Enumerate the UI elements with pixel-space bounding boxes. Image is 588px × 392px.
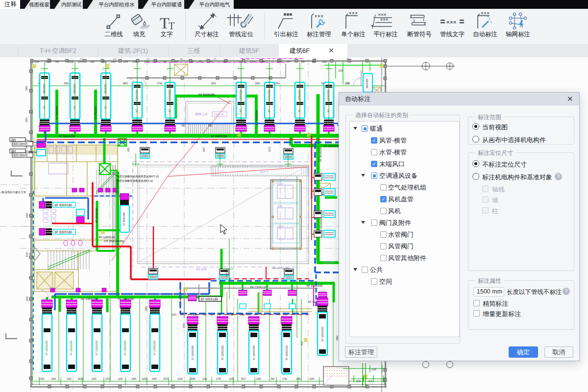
svg-text:996: 996 [301, 61, 305, 63]
svg-text:1250: 1250 [69, 61, 74, 63]
svg-text:646: 646 [113, 58, 117, 60]
svg-text:170 190X1200666: 170 190X1200666 [104, 240, 124, 243]
svg-text:3122: 3122 [192, 314, 197, 316]
svg-text:×××: ××× [481, 11, 490, 16]
svg-text:530: 530 [208, 124, 212, 127]
svg-text:2790: 2790 [132, 61, 138, 63]
svg-text:2370: 2370 [163, 378, 169, 380]
svg-text:1434: 1434 [26, 213, 28, 218]
svg-text:960: 960 [241, 314, 245, 316]
svg-text:XF 300X200: XF 300X200 [319, 147, 322, 162]
svg-text:2354: 2354 [131, 378, 137, 380]
svg-text:120: 120 [346, 82, 350, 85]
svg-text:1200: 1200 [338, 70, 343, 72]
svg-text:2591: 2591 [274, 82, 280, 85]
svg-text:1552: 1552 [322, 61, 327, 63]
svg-text:900X300: 900X300 [366, 78, 368, 88]
svg-text:XF 600X250: XF 600X250 [59, 135, 75, 138]
svg-text:XF 320X200: XF 320X200 [55, 106, 58, 120]
svg-text:1250: 1250 [123, 61, 128, 63]
svg-text:720: 720 [229, 314, 233, 316]
svg-text:1250: 1250 [34, 61, 40, 63]
svg-text:D14: D14 [277, 205, 282, 208]
svg-text:2655: 2655 [190, 378, 196, 380]
svg-text:BH: BH [11, 149, 16, 153]
svg-text:1019: 1019 [26, 252, 28, 257]
svg-text:6951: 6951 [225, 272, 228, 277]
svg-text:XF 120X120: XF 120X120 [98, 236, 115, 239]
svg-text:3800: 3800 [64, 82, 69, 85]
svg-text:1415: 1415 [183, 323, 185, 328]
svg-text:1200: 1200 [356, 380, 361, 383]
svg-text:3017: 3017 [241, 378, 246, 380]
svg-text:966: 966 [346, 58, 350, 60]
svg-text:CHT-4: CHT-4 [214, 113, 223, 116]
svg-text:616: 616 [368, 380, 372, 383]
svg-text:1700: 1700 [282, 378, 288, 380]
svg-text:380: 380 [270, 378, 274, 380]
svg-text:996: 996 [313, 58, 317, 60]
svg-text:2464: 2464 [152, 378, 157, 380]
svg-text:1957: 1957 [203, 147, 205, 152]
svg-text:380: 380 [180, 58, 183, 60]
svg-text:500.0m³/h: 500.0m³/h [13, 153, 28, 157]
svg-text:SF 600X160: SF 600X160 [54, 203, 73, 207]
svg-text:XF 320X200: XF 320X200 [94, 106, 97, 120]
svg-text:172: 172 [147, 58, 150, 60]
svg-text:3748: 3748 [157, 82, 162, 85]
svg-text:1200: 1200 [177, 378, 183, 380]
svg-text:D13: D13 [277, 225, 282, 228]
svg-text:460 120 1332 320: 460 120 1332 320 [272, 267, 289, 270]
svg-text:XF 500X250: XF 500X250 [198, 93, 215, 96]
svg-text:6层空调横管风管接本层风管KT-10: 6层空调横管风管接本层风管KT-10 [118, 175, 159, 178]
svg-text:248: 248 [47, 58, 50, 60]
svg-text:1019: 1019 [172, 314, 177, 316]
svg-text:3237: 3237 [105, 378, 111, 380]
svg-text:AH: AH [11, 138, 16, 142]
svg-text:1900: 1900 [51, 378, 56, 380]
svg-text:430: 430 [280, 58, 283, 60]
svg-text:324: 324 [287, 61, 291, 63]
svg-text:1200: 1200 [309, 378, 315, 380]
svg-text:~换深塔前冷凝水立管: ~换深塔前冷凝水立管 [0, 191, 26, 194]
svg-text:1246: 1246 [371, 368, 377, 371]
svg-text:楼梯上层: 楼梯上层 [195, 112, 208, 116]
svg-text:SF 900X160: SF 900X160 [200, 297, 219, 301]
svg-text:1000: 1000 [256, 378, 262, 380]
svg-text:T: T [160, 14, 170, 32]
svg-text:966: 966 [312, 61, 316, 63]
svg-text:1200: 1200 [91, 378, 97, 380]
svg-text:CHT-5: CHT-5 [260, 171, 269, 173]
svg-text:1200: 1200 [67, 378, 72, 380]
svg-text:1957: 1957 [127, 147, 130, 152]
svg-text:3250: 3250 [25, 117, 28, 122]
svg-text:2020: 2020 [46, 61, 51, 63]
svg-text:3460: 3460 [25, 85, 28, 91]
svg-text:1250: 1250 [39, 378, 45, 380]
svg-text:2648: 2648 [111, 61, 116, 63]
svg-text:1978: 1978 [269, 147, 271, 152]
svg-text:3805: 3805 [122, 82, 128, 85]
svg-text:120: 120 [80, 58, 83, 60]
svg-text:2480: 2480 [296, 378, 301, 380]
svg-text:120: 120 [90, 61, 94, 63]
svg-text:1200: 1200 [142, 378, 147, 380]
svg-text:3600: 3600 [255, 82, 260, 85]
svg-text:×××: ××× [378, 12, 386, 17]
svg-text:XF 320X200: XF 320X200 [306, 284, 323, 287]
svg-text:448: 448 [55, 61, 59, 63]
svg-text:3451: 3451 [145, 306, 147, 311]
svg-text:1200: 1200 [118, 378, 123, 380]
svg-text:24.000: 24.000 [196, 268, 207, 271]
svg-text:6层空调横管接条层风管KT-11: 6层空调横管接条层风管KT-11 [118, 179, 153, 183]
svg-text:SF 600X160: SF 600X160 [54, 230, 73, 234]
svg-text:XF 600X250: XF 600X250 [211, 135, 227, 138]
svg-text:1500: 1500 [211, 82, 216, 85]
svg-text:1470: 1470 [78, 61, 83, 63]
svg-text:×××: ××× [446, 19, 457, 25]
svg-text:2743: 2743 [216, 378, 221, 380]
svg-text:XF 320X250: XF 320X250 [95, 208, 98, 223]
svg-text:1200: 1200 [202, 378, 208, 380]
svg-text:630: 630 [181, 124, 185, 127]
svg-text:SF 900X160: SF 900X160 [122, 212, 125, 226]
